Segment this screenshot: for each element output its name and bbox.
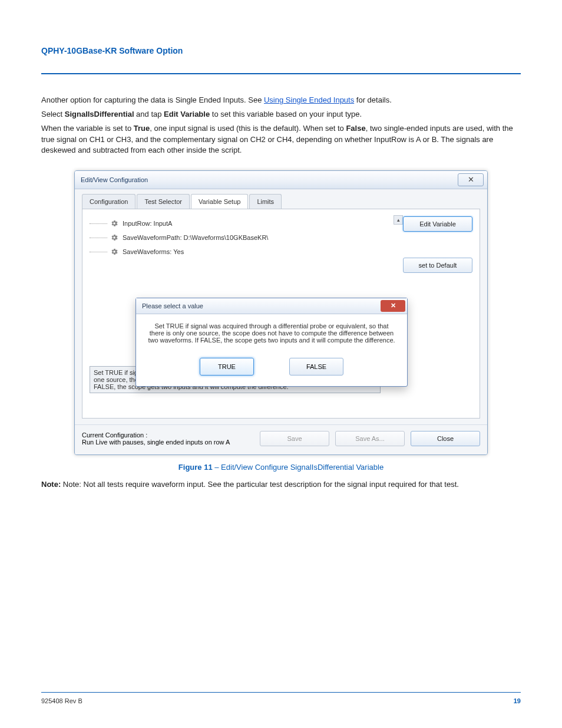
gear-icon: [110, 247, 119, 256]
tree-item-savepath[interactable]: SaveWaveformPath: D:\Waveforms\10GKBaseK…: [90, 230, 325, 245]
variable-tree: InputRow: InputA SaveWaveformPath: D:\Wa…: [90, 216, 325, 259]
text: Another option for capturing the data is…: [41, 95, 264, 104]
text: When set to: [301, 124, 346, 133]
text: When the variable is set to: [41, 124, 134, 133]
doc-header: QPHY-10GBase-KR Software Option: [41, 46, 521, 55]
dialog-buttons: TRUE FALSE: [136, 352, 407, 386]
false-button[interactable]: FALSE: [289, 358, 343, 375]
window-title: Edit/View Configuration: [81, 176, 148, 183]
select-value-dialog: Please select a value ✕ Set TRUE if sign…: [135, 298, 408, 387]
figure-caption: Figure 11 – Edit/View Configure SignalIs…: [41, 463, 521, 472]
reset-default-button[interactable]: set to Default: [403, 258, 472, 273]
text: , one input signal is used (this is the …: [150, 124, 301, 133]
close-button[interactable]: Close: [411, 431, 480, 446]
tree-item-label: InputRow: InputA: [123, 220, 172, 227]
text-strong: Edit Variable: [164, 110, 210, 118]
tree-item-savewaveforms[interactable]: SaveWaveforms: Yes: [90, 245, 325, 259]
scroll-up-icon[interactable]: ▴: [394, 215, 403, 225]
edit-variable-button[interactable]: Edit Variable: [403, 216, 472, 232]
window-close-button[interactable]: ✕: [458, 173, 484, 186]
dialog-titlebar: Please select a value ✕: [136, 298, 407, 314]
tree-item-label: SaveWaveforms: Yes: [123, 248, 184, 255]
tab-variable-setup[interactable]: Variable Setup: [191, 194, 248, 209]
text: Select: [41, 110, 65, 118]
close-icon[interactable]: ✕: [381, 300, 405, 312]
text: to set this variable based on your input…: [210, 110, 362, 118]
intro-para-2: Select SignalIsDifferential and tap Edit…: [41, 109, 521, 120]
tab-limits[interactable]: Limits: [249, 194, 282, 209]
current-config-label: Current Configuration :: [82, 431, 230, 439]
tab-configuration[interactable]: Configuration: [82, 194, 135, 209]
gear-icon: [110, 219, 119, 228]
tab-strip: Configuration Test Selector Variable Set…: [75, 189, 487, 209]
text: for details.: [354, 95, 392, 104]
dialog-body-text: Set TRUE if signal was acquired through …: [136, 314, 407, 352]
tab-test-selector[interactable]: Test Selector: [137, 194, 190, 209]
window-titlebar: Edit/View Configuration ✕: [75, 171, 487, 189]
current-config-value: Run Live with pauses, single ended input…: [82, 439, 230, 446]
current-config: Current Configuration : Run Live with pa…: [82, 431, 230, 446]
link-single-ended[interactable]: Using Single Ended Inputs: [264, 95, 354, 104]
figure-number: Figure 11: [178, 463, 213, 472]
save-as-button[interactable]: Save As...: [335, 431, 405, 446]
header-rule: [41, 73, 521, 74]
intro-para-1: Another option for capturing the data is…: [41, 95, 521, 106]
window-footer-buttons: Save Save As... Close: [260, 431, 480, 446]
tree-item-label: SaveWaveformPath: D:\Waveforms\10GKBaseK…: [123, 234, 268, 241]
intro-para-3: When the variable is set to True, one in…: [41, 123, 521, 156]
text: Note: Not all tests require waveform inp…: [63, 480, 459, 489]
figure-text: Edit/View Configure SignalIsDifferential…: [221, 463, 384, 472]
text-strong: SignalIsDifferential: [65, 110, 134, 118]
footer-left: 925408 Rev B: [41, 697, 82, 704]
panel-side-buttons: Edit Variable set to Default: [403, 216, 472, 273]
text-strong: True: [134, 124, 150, 133]
config-window: Edit/View Configuration ✕ Configuration …: [74, 170, 488, 455]
dialog-title: Please select a value: [142, 302, 203, 309]
page-footer: 925408 Rev B 19: [41, 692, 521, 704]
page-number: 19: [514, 697, 521, 704]
figure-sep: –: [213, 463, 221, 472]
tree-item-inputrow[interactable]: InputRow: InputA: [90, 216, 325, 230]
save-button[interactable]: Save: [260, 431, 329, 446]
true-button[interactable]: TRUE: [200, 358, 254, 375]
text-strong: False: [346, 124, 365, 133]
gear-icon: [110, 233, 119, 242]
note-text: Note: Note: Not all tests require wavefo…: [41, 479, 521, 490]
text: and tap: [134, 110, 164, 118]
window-footer: Current Configuration : Run Live with pa…: [75, 424, 487, 454]
panel-variable-setup: ▴ InputRow: InputA SaveWaveformPath: D:\…: [82, 209, 480, 419]
